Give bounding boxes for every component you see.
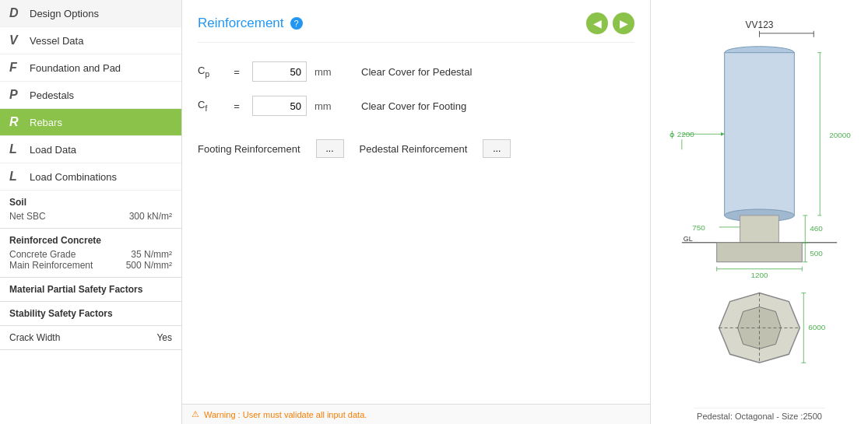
panel-title-container: Reinforcement ? xyxy=(198,16,303,31)
concrete-section: Reinforced Concrete Concrete Grade 35 N/… xyxy=(0,229,181,278)
help-icon[interactable]: ? xyxy=(290,17,303,30)
svg-rect-15 xyxy=(740,216,779,243)
diagram-svg: VV123 ϕ 2200 20000 750 xyxy=(651,0,868,408)
sidebar: D Design Options V Vessel Data F Foundat… xyxy=(0,0,182,424)
sidebar-label-foundation: Foundation and Pad xyxy=(30,62,121,74)
diagram-panel: VV123 ϕ 2200 20000 750 xyxy=(650,0,868,424)
pedestal-reinf-label: Pedestal Reinforcement xyxy=(360,143,468,155)
cf-description: Clear Cover for Footing xyxy=(361,100,466,112)
cp-equals: = xyxy=(229,66,244,78)
sidebar-item-loaddata[interactable]: L Load Data xyxy=(0,136,181,163)
cp-description: Clear Cover for Pedestal xyxy=(361,66,472,78)
sidebar-item-rebars[interactable]: R Rebars xyxy=(0,109,181,136)
concrete-grade-value: 35 N/mm² xyxy=(131,249,172,260)
svg-text:460: 460 xyxy=(810,224,823,233)
sidebar-letter-v: V xyxy=(9,33,23,47)
svg-rect-5 xyxy=(725,53,795,216)
warning-bar: ⚠ Warning : User must validate all input… xyxy=(182,404,650,424)
diagram-caption: Pedestal: Octagonal - Size :2500 xyxy=(694,408,825,424)
sidebar-label-design: Design Options xyxy=(30,8,99,19)
svg-rect-20 xyxy=(717,243,803,262)
cf-label: Cf xyxy=(198,99,221,113)
concrete-grade-label: Concrete Grade xyxy=(9,249,76,260)
sidebar-letter-l2: L xyxy=(9,170,23,184)
svg-text:500: 500 xyxy=(810,249,823,258)
soil-section: Soil Net SBC 300 kN/m² xyxy=(0,191,181,229)
cp-row: Cp = mm Clear Cover for Pedestal xyxy=(198,61,634,82)
warning-icon: ⚠ xyxy=(192,409,199,419)
material-safety-factors[interactable]: Material Partial Safety Factors xyxy=(0,278,181,302)
footing-reinf-button[interactable]: ... xyxy=(316,139,344,158)
crack-width-value: Yes xyxy=(156,332,172,343)
concrete-grade-row: Concrete Grade 35 N/mm² xyxy=(9,249,172,260)
sidebar-letter-r: R xyxy=(9,115,23,129)
main-reinf-value: 500 N/mm² xyxy=(126,260,172,271)
reinforcement-row: Footing Reinforcement ... Pedestal Reinf… xyxy=(198,139,634,158)
nav-arrows: ◀ ▶ xyxy=(586,12,634,34)
crack-width-row: Crack Width Yes xyxy=(0,326,181,350)
sidebar-label-pedestals: Pedestals xyxy=(30,89,74,101)
nav-back-button[interactable]: ◀ xyxy=(586,12,608,34)
sidebar-label-loadcombinations: Load Combinations xyxy=(30,171,117,183)
soil-title: Soil xyxy=(9,197,172,208)
main-content: Reinforcement ? ◀ ▶ Cp = mm Clear Cover … xyxy=(182,0,650,424)
cp-input[interactable] xyxy=(252,61,307,82)
sidebar-item-loadcombinations[interactable]: L Load Combinations xyxy=(0,163,181,191)
svg-text:GL: GL xyxy=(684,235,693,243)
soil-sbc-value: 300 kN/m² xyxy=(129,211,172,222)
footing-reinf-label: Footing Reinforcement xyxy=(198,143,300,155)
main-reinf-row: Main Reinforcement 500 N/mm² xyxy=(9,260,172,271)
warning-text: Warning : User must validate all input d… xyxy=(204,410,367,419)
svg-text:ϕ 2200: ϕ 2200 xyxy=(669,130,694,138)
svg-text:6000: 6000 xyxy=(808,323,826,331)
panel-header: Reinforcement ? ◀ ▶ xyxy=(198,12,634,43)
sidebar-letter-p: P xyxy=(9,88,23,102)
panel-title: Reinforcement xyxy=(198,16,284,31)
sidebar-letter-d: D xyxy=(9,6,23,20)
main-panel: Reinforcement ? ◀ ▶ Cp = mm Clear Cover … xyxy=(182,0,650,404)
svg-text:VV123: VV123 xyxy=(746,19,774,30)
nav-forward-button[interactable]: ▶ xyxy=(613,12,634,34)
svg-text:750: 750 xyxy=(692,223,705,232)
sidebar-item-pedestals[interactable]: P Pedestals xyxy=(0,82,181,109)
sidebar-item-design[interactable]: D Design Options xyxy=(0,0,181,27)
soil-sbc-row: Net SBC 300 kN/m² xyxy=(9,211,172,222)
sidebar-item-foundation[interactable]: F Foundation and Pad xyxy=(0,54,181,82)
sidebar-label-loaddata: Load Data xyxy=(30,144,76,156)
cf-equals: = xyxy=(229,100,244,112)
cp-unit: mm xyxy=(315,66,346,78)
crack-width-label: Crack Width xyxy=(9,332,60,343)
cf-input[interactable] xyxy=(252,96,307,116)
stability-safety-factors[interactable]: Stability Safety Factors xyxy=(0,302,181,326)
svg-text:20000: 20000 xyxy=(829,131,851,139)
cf-row: Cf = mm Clear Cover for Footing xyxy=(198,96,634,116)
soil-sbc-label: Net SBC xyxy=(9,211,46,222)
sidebar-item-vessel[interactable]: V Vessel Data xyxy=(0,27,181,54)
main-reinf-label: Main Reinforcement xyxy=(9,260,93,271)
concrete-title: Reinforced Concrete xyxy=(9,235,172,246)
cp-label: Cp xyxy=(198,65,221,79)
sidebar-letter-l1: L xyxy=(9,142,23,156)
sidebar-letter-f: F xyxy=(9,61,23,75)
svg-text:1200: 1200 xyxy=(750,271,768,279)
sidebar-label-rebars: Rebars xyxy=(30,117,62,128)
sidebar-label-vessel: Vessel Data xyxy=(30,35,83,47)
pedestal-reinf-button[interactable]: ... xyxy=(483,139,511,158)
cf-unit: mm xyxy=(315,100,346,112)
